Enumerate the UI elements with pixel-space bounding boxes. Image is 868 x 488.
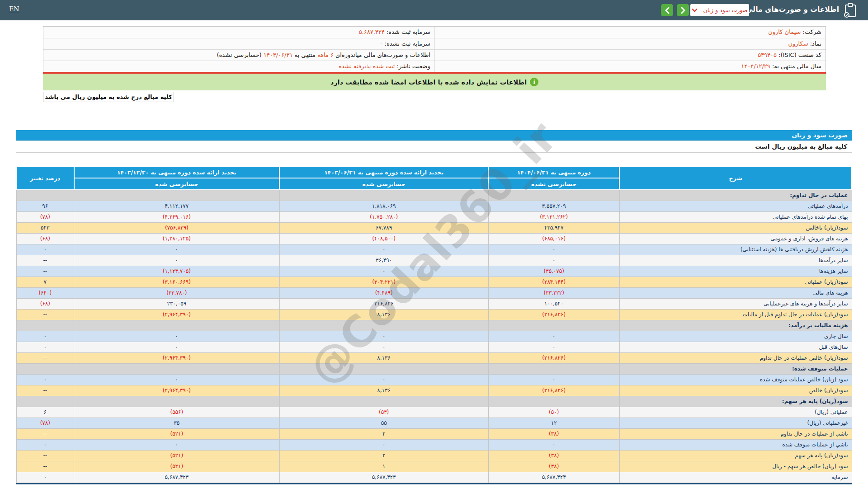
change-value-cell: ۶ <box>16 407 74 418</box>
current-value-cell: ۰ <box>488 244 619 255</box>
change-value-cell: ۰ <box>16 244 74 255</box>
section-row: عملیات در حال تداوم: <box>16 190 852 201</box>
current-value-cell: ۴۳۵,۹۴۷ <box>488 222 619 233</box>
row-label-cell: سایر درآمدها و هزینه های غیرعملیاتی <box>619 298 852 309</box>
field-value: ۰ <box>379 40 382 47</box>
field-label: سرمایه ثبت شده: <box>387 28 430 35</box>
top-header-bar: EN اطلاعات و صورت‌های مالی میاندوره‌ای ص… <box>0 0 868 20</box>
restated_year-value-cell: (۵۲۱) <box>74 450 280 461</box>
clipboard-icon <box>844 3 857 18</box>
restated_half-value-cell: (۴۰۸,۵۰۰) <box>279 233 488 244</box>
row-label-cell: سایر درآمدها <box>619 255 852 266</box>
restated_year-value-cell: ۴,۱۱۲,۱۷۷ <box>74 201 280 211</box>
table-row: ناشي از عملیات متوقف شده۰۰۰۰ <box>16 439 852 450</box>
table-row: سال جاري۰۰۰۰ <box>16 331 852 342</box>
field-label: کد صنعت (ISIC): <box>778 52 821 58</box>
field-value: سیمان کارون <box>768 28 801 35</box>
header-current-audit-status: حسابرسی نشده <box>488 178 619 190</box>
empty-cell <box>74 363 280 374</box>
empty-cell <box>279 190 488 201</box>
row-label-cell: سود(زیان) عملیات در حال تداوم قبل از مال… <box>619 309 852 320</box>
table-row: هزینه های فروش، اداری و عمومی(۶۸۵,۰۱۶)(۴… <box>16 233 852 244</box>
previous-statement-button[interactable] <box>661 4 673 16</box>
table-row: سایر هزینه‌ها(۳۵,۰۷۵)۰(۱,۱۲۳,۷۰۵)-- <box>16 266 852 277</box>
change-value-cell: (۶۸) <box>16 298 74 309</box>
field-value: ۵,۶۸۷,۴۲۴ <box>359 28 385 35</box>
table-row: سرمایه۵,۶۸۷,۴۲۴۵,۶۸۷,۴۲۳۵,۶۸۷,۴۲۳۰ <box>16 472 852 483</box>
empty-cell <box>16 320 74 331</box>
section-label-cell: سود(زیان) پایه هر سهم: <box>619 396 852 407</box>
empty-cell <box>16 396 74 407</box>
empty-cell <box>279 396 488 407</box>
fiscal-year-end-cell: سال مالی منتهی به: ۱۴۰۴/۱۲/۲۹ <box>434 61 826 72</box>
row-label-cell: سود(زیان) خالص <box>619 385 852 396</box>
table-row: سال‌هاي قبل۰۰۰۰ <box>16 342 852 352</box>
row-label-cell: سایر هزینه‌ها <box>619 266 852 277</box>
field-label: سرمایه ثبت نشده: <box>385 40 430 47</box>
restated_year-value-cell: (۱,۲۸۰,۱۲۵) <box>74 233 280 244</box>
header-current-period: دوره منتهی به ۱۴۰۴/۰۶/۳۱ <box>488 166 619 178</box>
table-row: سود(زیان) پایه هر سهم(۳۸)۲(۵۲۱)-- <box>16 450 852 461</box>
row-label-cell: ناشي از عملیات متوقف شده <box>619 439 852 450</box>
change-value-cell: (۷۸) <box>16 211 74 222</box>
restated_year-value-cell: (۵۲۱) <box>74 461 280 472</box>
row-label-cell: درآمدهاي عملياتي <box>619 201 852 211</box>
current-value-cell: (۳۳,۲۲۲) <box>488 287 619 298</box>
ticker-symbol-cell: نماد: سکارون <box>434 38 826 49</box>
restated_half-value-cell: ۰ <box>279 439 488 450</box>
statement-subtitle: کلیه مبالغ به میلیون ریال است <box>16 141 852 153</box>
restated_half-value-cell: (۳۰۴,۲۲۱) <box>279 277 488 287</box>
current-value-cell: ۱۲ <box>488 418 619 428</box>
restated_year-value-cell: (۵۵۶) <box>74 407 280 418</box>
restated_year-value-cell: ۳۵ <box>74 418 280 428</box>
section-label-cell: هزینه مالیات بر درآمد: <box>619 320 852 331</box>
empty-cell <box>488 190 619 201</box>
row-label-cell: سود (زیان) خالص هر سهم - ریال <box>619 461 852 472</box>
company-info-row: شرکت: سیمان کارون سرمایه ثبت شده: ۵,۶۸۷,… <box>43 27 826 38</box>
table-row: سایر درآمدها و هزینه های غیرعملیاتی۱۰۰,۵… <box>16 298 852 309</box>
change-value-cell: -- <box>16 461 74 472</box>
current-value-cell: (۲۱۶,۸۲۶) <box>488 352 619 363</box>
current-value-cell: ۰ <box>488 331 619 342</box>
change-value-cell: ۹۶ <box>16 201 74 211</box>
row-label-cell: سال‌هاي قبل <box>619 342 852 352</box>
change-value-cell: -- <box>16 266 74 277</box>
change-value-cell: (۶۴۰) <box>16 287 74 298</box>
change-value-cell: ۰ <box>16 472 74 483</box>
current-value-cell: ۰ <box>488 255 619 266</box>
row-label-cell: هزینه کاهش ارزش دریافتنی ها (هزینه استثن… <box>619 244 852 255</box>
unregistered-capital-cell: سرمایه ثبت نشده: ۰ <box>43 38 434 49</box>
next-statement-button[interactable] <box>677 4 689 16</box>
restated_half-value-cell: (۱,۷۵۰,۲۸۰) <box>279 211 488 222</box>
header-fullyear-audit-status: حسابرسی شده <box>74 178 280 190</box>
field-label: شرکت: <box>803 28 821 35</box>
en-language-link[interactable]: EN <box>9 5 19 13</box>
current-value-cell: ۰ <box>488 374 619 385</box>
field-label: نماد: <box>810 40 821 47</box>
table-row: درآمدهاي عملياتي۳,۵۵۷,۲۰۹۱,۸۱۸,۰۶۹۴,۱۱۲,… <box>16 201 852 211</box>
change-value-cell: -- <box>16 255 74 266</box>
report-period-cell: اطلاعات و صورت‌های مالی میاندوره‌ای ۶ ما… <box>43 50 434 61</box>
field-label: سال مالی منتهی به: <box>772 63 821 70</box>
current-value-cell: ۵,۶۸۷,۴۲۴ <box>488 472 619 483</box>
restated_half-value-cell: ۰ <box>279 342 488 352</box>
current-value-cell: ۳,۵۵۷,۲۰۹ <box>488 201 619 211</box>
table-header: شرح دوره منتهی به ۱۴۰۴/۰۶/۳۱ تجدید ارائه… <box>16 166 852 190</box>
current-value-cell: (۳۸) <box>488 428 619 439</box>
statement-dropdown-selected: صورت سود و زیان <box>703 7 748 14</box>
info-icon: i <box>530 78 538 86</box>
table-row: سود(زیان) خالص عملیات در حال تداوم(۲۱۶,۸… <box>16 352 852 363</box>
audit-status: (حسابرسی نشده) <box>217 52 261 58</box>
company-info-row: نماد: سکارون سرمایه ثبت نشده: ۰ <box>43 38 826 49</box>
statement-type-dropdown[interactable]: صورت سود و زیان <box>690 4 749 16</box>
field-value: ثبت شده پذیرفته نشده <box>339 63 395 70</box>
restated_half-value-cell: ۱ <box>279 461 488 472</box>
current-value-cell: (۳۵,۰۷۵) <box>488 266 619 277</box>
restated_year-value-cell: (۳۳,۷۸۰) <box>74 287 280 298</box>
table-row: سود (زیان) خالص عملیات متوقف شده۰۰۰۰ <box>16 374 852 385</box>
empty-cell <box>74 396 280 407</box>
restated_year-value-cell: ۰ <box>74 342 280 352</box>
row-label-cell: عملیاتي (ریال) <box>619 407 852 418</box>
period-end-date: ۱۴۰۴/۰۶/۳۱ <box>264 52 293 58</box>
period-length: ۶ ماهه <box>317 52 334 58</box>
